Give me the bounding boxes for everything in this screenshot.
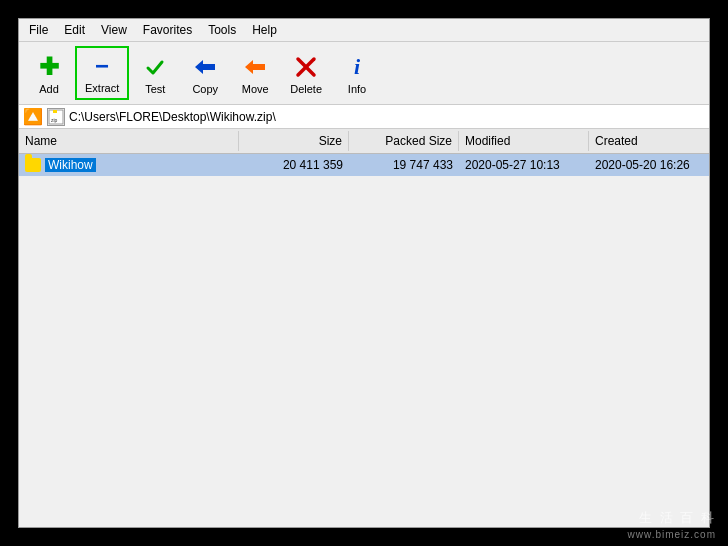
move-icon [241, 53, 269, 81]
toolbar: ✚ Add − Extract Test [19, 42, 709, 105]
copy-button[interactable]: Copy [181, 48, 229, 100]
file-packed-size: 19 747 433 [349, 155, 459, 175]
menu-edit[interactable]: Edit [58, 21, 91, 39]
copy-icon [191, 53, 219, 81]
extract-icon: − [88, 52, 116, 80]
svg-marker-1 [245, 60, 265, 74]
menu-favorites[interactable]: Favorites [137, 21, 198, 39]
table-row[interactable]: Wikihow 20 411 359 19 747 433 2020-05-27… [19, 154, 709, 176]
folder-icon [25, 158, 41, 172]
zip-file-icon: zip [47, 108, 65, 126]
copy-label: Copy [192, 83, 218, 95]
svg-rect-5 [53, 110, 57, 113]
test-button[interactable]: Test [131, 48, 179, 100]
watermark: 生 活 百 科 www.bimeiz.com [628, 508, 716, 543]
address-path[interactable]: C:\Users\FLORE\Desktop\Wikihow.zip\ [69, 110, 276, 124]
menu-tools[interactable]: Tools [202, 21, 242, 39]
col-packed-size[interactable]: Packed Size [349, 131, 459, 151]
address-bar: 🔼 zip C:\Users\FLORE\Desktop\Wikihow.zip… [19, 105, 709, 129]
file-name: Wikihow [45, 158, 96, 172]
svg-text:zip: zip [51, 117, 58, 123]
file-created: 2020-05-20 16:26 [589, 155, 728, 175]
add-label: Add [39, 83, 59, 95]
menu-help[interactable]: Help [246, 21, 283, 39]
move-label: Move [242, 83, 269, 95]
file-rows: Wikihow 20 411 359 19 747 433 2020-05-27… [19, 154, 709, 176]
info-icon: i [343, 53, 371, 81]
move-button[interactable]: Move [231, 48, 279, 100]
svg-marker-0 [195, 60, 215, 74]
extract-label: Extract [85, 82, 119, 94]
file-modified: 2020-05-27 10:13 [459, 155, 589, 175]
info-label: Info [348, 83, 366, 95]
menu-file[interactable]: File [23, 21, 54, 39]
column-headers: Name Size Packed Size Modified Created [19, 129, 709, 154]
delete-label: Delete [290, 83, 322, 95]
col-modified[interactable]: Modified [459, 131, 589, 151]
menu-bar: File Edit View Favorites Tools Help [19, 19, 709, 42]
navigate-up-icon[interactable]: 🔼 [23, 107, 43, 126]
col-name[interactable]: Name [19, 131, 239, 151]
col-created[interactable]: Created [589, 131, 728, 151]
file-name-cell: Wikihow [19, 155, 239, 175]
col-size[interactable]: Size [239, 131, 349, 151]
test-icon [141, 53, 169, 81]
info-button[interactable]: i Info [333, 48, 381, 100]
watermark-line2: www.bimeiz.com [628, 527, 716, 542]
delete-button[interactable]: Delete [281, 48, 331, 100]
delete-icon [292, 53, 320, 81]
menu-view[interactable]: View [95, 21, 133, 39]
add-icon: ✚ [35, 53, 63, 81]
extract-button[interactable]: − Extract [75, 46, 129, 100]
file-list-area: Name Size Packed Size Modified Created W… [19, 129, 709, 546]
add-button[interactable]: ✚ Add [25, 48, 73, 100]
watermark-line1: 生 活 百 科 [628, 508, 716, 528]
test-label: Test [145, 83, 165, 95]
file-size: 20 411 359 [239, 155, 349, 175]
